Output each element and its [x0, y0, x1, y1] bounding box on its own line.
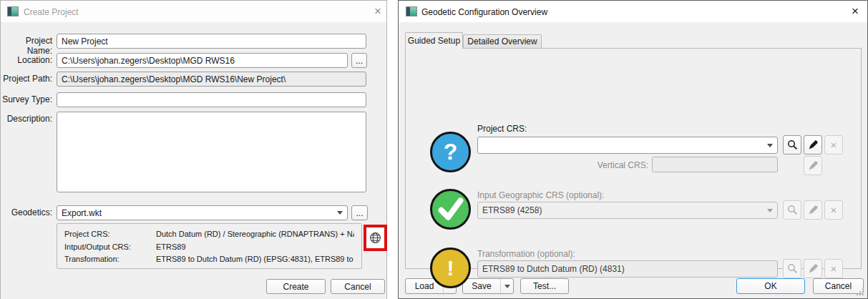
- summary-row: Intput/Output CRS:ETRS89: [64, 241, 354, 254]
- clear-x-icon: ×: [831, 263, 837, 274]
- geodetics-combobox[interactable]: Export.wkt: [57, 205, 348, 220]
- create-project-dialog: Create Project × Project Name: Location:…: [0, 0, 387, 299]
- summary-project-crs-label: Project CRS:: [64, 228, 156, 241]
- search-icon: [787, 263, 798, 274]
- chevron-down-icon: [767, 209, 773, 212]
- title-bar: Geodetic Configuration Overview ×: [399, 1, 867, 22]
- pen-icon: [808, 160, 819, 171]
- globe-icon-button[interactable]: [369, 232, 381, 244]
- input-geographic-crs-edit-button: [804, 200, 822, 220]
- transformation-label: Transformation (optional):: [477, 249, 575, 259]
- resize-grip[interactable]: [857, 288, 865, 297]
- question-icon: ?: [430, 132, 471, 172]
- vertical-crs-label: Vertical CRS:: [591, 160, 648, 170]
- project-crs-combobox[interactable]: [477, 137, 778, 154]
- project-crs-edit-button[interactable]: [804, 135, 822, 155]
- window-title: Create Project: [24, 7, 79, 17]
- chevron-down-icon: [767, 144, 773, 147]
- ok-button[interactable]: OK: [736, 278, 805, 294]
- pen-icon: [808, 205, 819, 215]
- description-label: Description:: [2, 114, 52, 124]
- close-icon[interactable]: ×: [846, 3, 864, 20]
- red-highlight-annotation: [364, 225, 387, 251]
- vertical-crs-edit-button: [804, 156, 822, 175]
- chevron-down-icon: [337, 211, 343, 215]
- warning-icon: !: [430, 247, 471, 288]
- summary-row: Transformation:ETRS89 to Dutch Datum (RD…: [64, 253, 354, 266]
- title-bar: Create Project ×: [1, 1, 386, 22]
- project-crs-search-button[interactable]: [783, 135, 801, 155]
- project-crs-label: Project CRS:: [477, 124, 527, 134]
- save-menu-arrow[interactable]: [500, 279, 513, 293]
- cancel-button[interactable]: Cancel: [331, 279, 385, 294]
- app-icon: [7, 6, 19, 16]
- app-icon: [406, 6, 417, 16]
- input-geographic-crs-label: Input Geographic CRS (optional):: [477, 190, 604, 200]
- project-path-label: Project Path:: [2, 74, 52, 84]
- guided-setup-pane: ? Project CRS: × Vertical CRS:: [405, 48, 862, 269]
- pen-icon: [808, 139, 819, 150]
- search-icon: [787, 205, 798, 215]
- geodetics-browse-button[interactable]: ...: [351, 205, 368, 220]
- location-label: Location:: [2, 55, 52, 65]
- chevron-down-icon: [504, 285, 510, 288]
- description-textarea[interactable]: [57, 112, 366, 192]
- transformation-clear-button: ×: [824, 259, 843, 278]
- checkmark-glyph: [432, 189, 469, 230]
- location-input[interactable]: [57, 53, 348, 68]
- summary-transformation-value: ETRS89 to Dutch Datum (RD) (EPSG:4831), …: [156, 255, 354, 263]
- summary-io-crs-value: ETRS89: [156, 242, 186, 251]
- input-geographic-crs-combobox: ETRS89 (4258): [477, 202, 778, 219]
- geodetic-configuration-dialog: Geodetic Configuration Overview × Guided…: [398, 0, 868, 299]
- location-browse-button[interactable]: ...: [351, 53, 367, 68]
- input-geographic-crs-search-button: [783, 200, 801, 220]
- check-icon: [430, 189, 471, 230]
- clear-x-icon: ×: [831, 205, 837, 215]
- summary-project-crs-value: Dutch Datum (RD) / Stereographic (RDNAPT…: [156, 230, 354, 238]
- summary-row: Project CRS:Dutch Datum (RD) / Stereogra…: [64, 228, 354, 241]
- summary-io-crs-label: Intput/Output CRS:: [64, 241, 156, 254]
- globe-icon: [369, 232, 381, 244]
- project-crs-clear-button: ×: [824, 135, 843, 155]
- tab-guided-setup[interactable]: Guided Setup: [405, 32, 463, 49]
- close-icon[interactable]: ×: [369, 3, 387, 20]
- save-button-label: Save: [463, 279, 500, 293]
- summary-transformation-label: Transformation:: [64, 253, 156, 266]
- window-title: Geodetic Configuration Overview: [421, 7, 547, 17]
- geodetics-summary-panel: Project CRS:Dutch Datum (RD) / Stereogra…: [57, 223, 362, 269]
- geodetics-value: Export.wkt: [62, 208, 334, 218]
- vertical-crs-input: [652, 157, 778, 172]
- input-geographic-crs-clear-button: ×: [824, 200, 843, 220]
- project-path-input: [57, 72, 366, 87]
- survey-type-label: Survey Type:: [2, 94, 52, 104]
- project-name-label: Project Name:: [2, 36, 52, 56]
- tab-detailed-overview[interactable]: Detailed Overview: [463, 34, 542, 49]
- transformation-input: [477, 260, 778, 278]
- geodetics-label: Geodetics:: [2, 207, 52, 217]
- test-button[interactable]: Test...: [520, 278, 569, 294]
- project-name-input[interactable]: [57, 34, 366, 49]
- search-icon: [787, 139, 798, 150]
- create-button[interactable]: Create: [266, 279, 326, 294]
- save-button[interactable]: Save: [462, 278, 514, 294]
- transformation-edit-button: [804, 259, 822, 278]
- input-geographic-crs-value: ETRS89 (4258): [482, 205, 764, 215]
- survey-type-input[interactable]: [57, 92, 366, 107]
- pen-icon: [808, 263, 819, 274]
- clear-x-icon: ×: [831, 139, 837, 150]
- transformation-search-button: [783, 259, 801, 278]
